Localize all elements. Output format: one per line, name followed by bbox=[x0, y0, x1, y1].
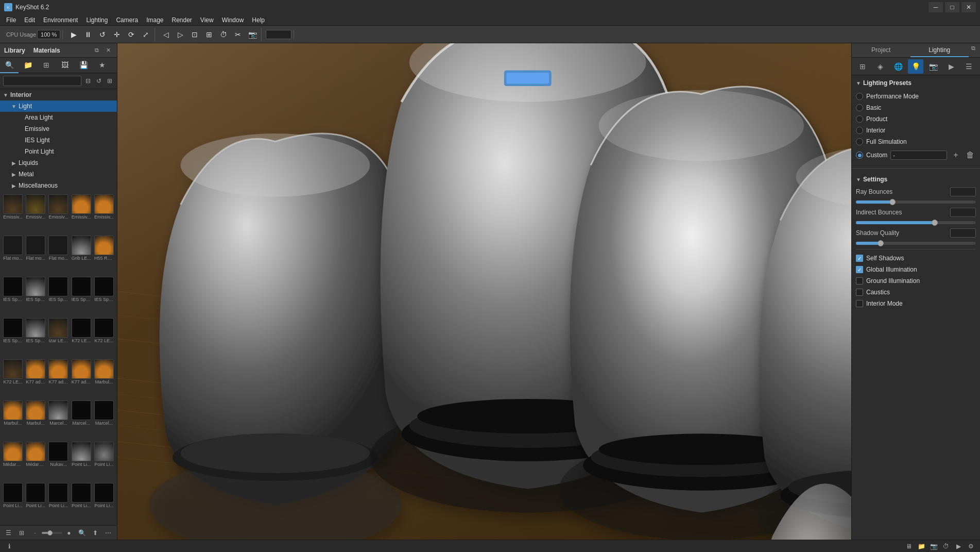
preset-full-simulation[interactable]: Full Simulation bbox=[856, 136, 976, 147]
thumb-k77-adj-2[interactable]: K77 adj... bbox=[47, 359, 69, 399]
thumb-ies-spo-3[interactable]: IES Spo... bbox=[47, 277, 69, 317]
toolbar-realtime-btn[interactable]: ⏱ bbox=[217, 28, 230, 41]
tab-project[interactable]: Project bbox=[852, 43, 910, 57]
thumb-emissiv-1[interactable]: Emissiv... bbox=[2, 194, 24, 235]
shadow-quality-input[interactable]: 3 bbox=[950, 228, 976, 238]
thumb-emissiv-5[interactable]: Emissiv... bbox=[93, 194, 115, 235]
status-icon-folder[interactable]: 📁 bbox=[916, 541, 926, 551]
view-grid-btn[interactable]: ⊞ bbox=[16, 527, 27, 539]
indirect-bounces-slider-row[interactable] bbox=[856, 221, 976, 224]
radio-interior[interactable] bbox=[856, 127, 863, 134]
status-icon-snapshot[interactable]: 📷 bbox=[929, 541, 939, 551]
ground-illumination-row[interactable]: Ground Illumination bbox=[856, 275, 976, 287]
thumb-point-li-6[interactable]: Point Li... bbox=[71, 483, 92, 523]
indirect-bounces-thumb[interactable] bbox=[932, 220, 938, 226]
thumb-marbul-1[interactable]: Marbul... bbox=[93, 359, 115, 399]
caustics-checkbox[interactable] bbox=[856, 289, 863, 296]
size-large-btn[interactable]: ● bbox=[63, 527, 75, 539]
toolbar-fwd-btn[interactable]: ▷ bbox=[174, 28, 187, 41]
preset-performance[interactable]: Performance Mode bbox=[856, 91, 976, 102]
thumb-ies-spo-7[interactable]: IES Spo... bbox=[25, 318, 46, 358]
indirect-bounces-input[interactable]: 50 bbox=[950, 208, 976, 217]
search-input[interactable] bbox=[3, 76, 81, 86]
menu-image[interactable]: Image bbox=[142, 15, 167, 25]
lib-tab-star[interactable]: ★ bbox=[93, 58, 111, 73]
delete-preset-btn[interactable]: 🗑 bbox=[965, 149, 976, 161]
right-icon-material[interactable]: ◈ bbox=[873, 59, 888, 74]
thumb-marcel-1[interactable]: Marcel... bbox=[47, 400, 69, 441]
thumb-marbul-3[interactable]: Marbul... bbox=[25, 400, 46, 441]
toolbar-move-btn[interactable]: ✛ bbox=[110, 28, 124, 41]
toolbar-play-btn[interactable]: ▶ bbox=[67, 28, 80, 41]
toolbar-pause-btn[interactable]: ⏸ bbox=[81, 28, 95, 41]
global-illumination-row[interactable]: ✓ Global Illumination bbox=[856, 264, 976, 275]
toolbar-back-btn[interactable]: ◁ bbox=[159, 28, 173, 41]
toolbar-screenshot-btn[interactable]: 📷 bbox=[246, 28, 259, 41]
tree-item-metal[interactable]: ▶ Metal bbox=[0, 169, 117, 180]
ray-bounces-slider[interactable] bbox=[856, 200, 976, 204]
thumb-k77-adj-3[interactable]: K77 adj... bbox=[71, 359, 92, 399]
custom-dropdown[interactable]: - bbox=[890, 150, 947, 160]
thumb-flatmo-2[interactable]: Flat mo... bbox=[25, 236, 46, 276]
toolbar-refresh-btn[interactable]: ↺ bbox=[96, 28, 109, 41]
thumb-ies-spo-6[interactable]: IES Spo... bbox=[2, 318, 24, 358]
radio-product[interactable] bbox=[856, 115, 863, 123]
shadow-quality-slider[interactable] bbox=[856, 242, 976, 245]
thumb-k77-adj-1[interactable]: K77 adj... bbox=[25, 359, 46, 399]
radio-basic[interactable] bbox=[856, 104, 863, 111]
viewport[interactable] bbox=[117, 43, 851, 540]
tree-item-liquids[interactable]: ▶ Liquids bbox=[0, 157, 117, 169]
ground-illumination-checkbox[interactable] bbox=[856, 277, 863, 285]
menu-camera[interactable]: Camera bbox=[112, 15, 142, 25]
preset-product[interactable]: Product bbox=[856, 113, 976, 125]
thumb-ies-spo-5[interactable]: IES Spo... bbox=[93, 277, 115, 317]
preset-basic[interactable]: Basic bbox=[856, 102, 976, 113]
shadow-quality-thumb[interactable] bbox=[878, 240, 884, 246]
shadow-quality-slider-row[interactable] bbox=[856, 242, 976, 245]
lib-tab-grid[interactable]: ⊞ bbox=[37, 58, 56, 73]
right-icon-lighting[interactable]: 💡 bbox=[908, 59, 923, 74]
panel-popout-btn[interactable]: ⧉ bbox=[92, 46, 101, 55]
global-illumination-checkbox[interactable]: ✓ bbox=[856, 266, 863, 273]
thumb-nukav[interactable]: Nukav... bbox=[47, 442, 69, 482]
toolbar-framesel-btn[interactable]: ⊞ bbox=[202, 28, 216, 41]
status-icon-info[interactable]: ℹ bbox=[4, 541, 14, 551]
menu-lighting[interactable]: Lighting bbox=[82, 15, 112, 25]
preset-interior[interactable]: Interior bbox=[856, 125, 976, 136]
thumb-point-li-2[interactable]: Point Li... bbox=[93, 442, 115, 482]
radio-performance[interactable] bbox=[856, 93, 863, 100]
tree-item-miscellaneous[interactable]: ▶ Miscellaneous bbox=[0, 180, 117, 191]
more-btn[interactable]: ⋯ bbox=[103, 527, 114, 539]
search-refresh-btn[interactable]: ↺ bbox=[94, 75, 103, 87]
thumb-medard-1[interactable]: Médard... bbox=[2, 442, 24, 482]
thumb-k72-le-1[interactable]: K72 LE... bbox=[71, 318, 92, 358]
thumb-emissiv-4[interactable]: Emissiv... bbox=[71, 194, 92, 235]
self-shadows-checkbox[interactable]: ✓ bbox=[856, 255, 863, 262]
library-title[interactable]: Library bbox=[4, 47, 25, 54]
thumb-h55-rm[interactable]: H55 RM... bbox=[93, 236, 115, 276]
thumb-k72-le-2[interactable]: K72 LE... bbox=[93, 318, 115, 358]
thumb-point-li-5[interactable]: Point Li... bbox=[47, 483, 69, 523]
panel-close-btn[interactable]: ✕ bbox=[104, 46, 113, 55]
menu-view[interactable]: View bbox=[196, 15, 218, 25]
thumb-marbul-2[interactable]: Marbul... bbox=[2, 400, 24, 441]
radio-custom[interactable] bbox=[856, 152, 863, 159]
menu-help[interactable]: Help bbox=[248, 15, 269, 25]
settings-title[interactable]: ▼ Settings bbox=[856, 176, 976, 183]
status-icon-clock[interactable]: ⏱ bbox=[941, 541, 951, 551]
tree-item-interior[interactable]: ▼ Interior bbox=[0, 89, 117, 101]
right-icon-scene[interactable]: ⊞ bbox=[855, 59, 870, 74]
right-panel-popout-btn[interactable]: ⧉ bbox=[969, 43, 978, 53]
ray-bounces-input[interactable]: 6 bbox=[950, 187, 976, 196]
thumb-point-li-3[interactable]: Point Li... bbox=[2, 483, 24, 523]
tree-item-ies-light[interactable]: IES Light bbox=[0, 135, 117, 146]
thumb-emissiv-2[interactable]: Emissiv... bbox=[25, 194, 46, 235]
thumb-medard-2[interactable]: Médard... bbox=[25, 442, 46, 482]
menu-render[interactable]: Render bbox=[168, 15, 196, 25]
thumb-flatmo-3[interactable]: Flat mo... bbox=[47, 236, 69, 276]
tree-item-point-light[interactable]: Point Light bbox=[0, 146, 117, 157]
search-filter-btn[interactable]: ⊟ bbox=[83, 75, 92, 87]
right-icon-queue[interactable]: ☰ bbox=[961, 59, 977, 74]
lib-tab-image[interactable]: 🖼 bbox=[56, 58, 74, 73]
tree-item-area-light[interactable]: Area Light bbox=[0, 112, 117, 123]
